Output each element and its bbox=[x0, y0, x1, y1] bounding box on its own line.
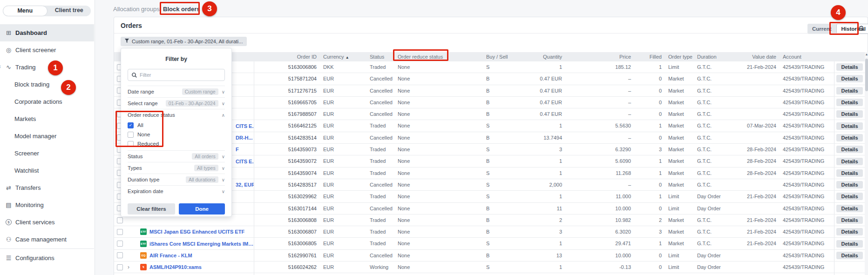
toggle-current[interactable]: Current bbox=[807, 24, 836, 34]
scrollbar-thumb[interactable] bbox=[865, 59, 868, 91]
sidebar-item-label: Client services bbox=[15, 219, 55, 226]
filter-option-none[interactable]: None bbox=[128, 130, 225, 139]
tab-menu[interactable]: Menu bbox=[3, 6, 47, 16]
col-order-type[interactable]: Order type bbox=[665, 52, 693, 61]
filter-option-all[interactable]: ✓All bbox=[128, 121, 225, 130]
table-scrollbar[interactable]: ▲ bbox=[865, 52, 868, 275]
details-button[interactable]: Details bbox=[836, 193, 862, 200]
filter-row-types[interactable]: TypesAll types∨ bbox=[128, 162, 225, 174]
details-button[interactable]: Details bbox=[836, 110, 862, 118]
checkbox-reduced[interactable] bbox=[128, 141, 134, 147]
cell-filled: 1 bbox=[634, 155, 665, 167]
chevron-up-icon: ∧ bbox=[222, 113, 225, 118]
row-checkbox[interactable] bbox=[117, 217, 123, 223]
settings-gear-icon[interactable]: ⚙ bbox=[858, 24, 864, 33]
details-button[interactable]: Details bbox=[836, 252, 862, 259]
active-filter-chip[interactable]: Custom range, 01-Feb - 30-Apr-2024, All … bbox=[121, 37, 247, 46]
checkbox-none[interactable] bbox=[128, 132, 134, 138]
details-button[interactable]: Details bbox=[836, 205, 862, 212]
sidebar-item-watchlist[interactable]: Watchlist bbox=[0, 162, 94, 179]
cell-account: 425439/TRADING bbox=[779, 61, 834, 73]
sidebar-item-transfers[interactable]: ⇄Transfers bbox=[0, 179, 94, 196]
sidebar-item-client-services[interactable]: $Client services bbox=[0, 214, 94, 231]
details-button[interactable]: Details bbox=[836, 240, 862, 248]
filter-section-order-reduce[interactable]: Order reduce status ∧ bbox=[128, 109, 225, 121]
filter-row-select-range[interactable]: Select range01-Feb - 30-Apr-2024∨ bbox=[128, 97, 225, 109]
scroll-up-icon[interactable]: ▲ bbox=[865, 53, 868, 56]
instrument-link[interactable]: iShares Core MSCI Emerging Markets IMI U… bbox=[149, 238, 254, 249]
details-button[interactable]: Details bbox=[836, 216, 862, 224]
col-buy-sell[interactable]: Buy / Sell bbox=[482, 52, 522, 61]
col-order-id[interactable]: Order ID bbox=[254, 52, 319, 61]
filter-search-input[interactable] bbox=[140, 72, 221, 78]
instrument-link[interactable]: MSCI Japan ESG Enhanced UCITS ETF bbox=[149, 226, 244, 237]
details-button[interactable]: Details bbox=[836, 122, 862, 130]
filter-option-reduced[interactable]: Reduced bbox=[128, 139, 225, 148]
sidebar-item-monitoring[interactable]: ▤Monitoring bbox=[0, 196, 94, 214]
sidebar-item-model-manager[interactable]: Model manager bbox=[0, 127, 94, 145]
details-button[interactable]: Details bbox=[836, 228, 862, 235]
tab-allocation-groups[interactable]: Allocation groups bbox=[113, 6, 160, 13]
details-button[interactable]: Details bbox=[836, 99, 862, 106]
tab-block-orders[interactable]: Block orders bbox=[163, 6, 200, 13]
sidebar-item-configurations[interactable]: ☰Configurations bbox=[0, 249, 94, 267]
col-account[interactable]: Account bbox=[779, 52, 834, 61]
sidebar-item-screener[interactable]: Screener bbox=[0, 145, 94, 162]
sidebar-item-dashboard[interactable]: ⊞Dashboard bbox=[0, 24, 94, 41]
col-quantity[interactable]: Quantity bbox=[522, 52, 565, 61]
sidebar-item-client-screener[interactable]: ◎Client screener bbox=[0, 41, 94, 59]
details-button[interactable]: Details bbox=[836, 158, 862, 165]
col-order-reduce-status[interactable]: Order reduce status bbox=[394, 52, 482, 61]
done-button[interactable]: Done bbox=[179, 203, 225, 215]
col-value-date[interactable]: Value date bbox=[736, 52, 779, 61]
col-price[interactable]: Price bbox=[565, 52, 634, 61]
instrument-link[interactable]: ASML/H24P910:xams bbox=[149, 262, 202, 273]
filter-panel: Filter by Date rangeCustom range∨Select … bbox=[121, 48, 232, 217]
sidebar-collapse-icon[interactable]: ‹ bbox=[0, 63, 1, 70]
sidebar-item-block-trading[interactable]: Block trading bbox=[0, 76, 94, 93]
instrument-link[interactable]: DR-H... bbox=[236, 132, 253, 143]
cell-order-id: 5164283514 bbox=[254, 132, 319, 143]
instrument-link[interactable]: CITS E... bbox=[236, 121, 254, 132]
instrument-link[interactable]: 32, EUR bbox=[236, 179, 254, 190]
checkbox-all[interactable]: ✓ bbox=[128, 122, 134, 128]
instrument-link[interactable]: FIDELITY JAPAN VALUE Y (JPY) bbox=[149, 273, 228, 275]
expand-chevron-icon[interactable]: › bbox=[128, 264, 129, 270]
sidebar-item-label: Screener bbox=[14, 150, 39, 157]
details-button[interactable]: Details bbox=[836, 169, 862, 177]
details-button[interactable]: Details bbox=[836, 181, 862, 188]
instrument-link[interactable]: CITS E... bbox=[236, 156, 254, 167]
row-checkbox[interactable] bbox=[117, 252, 123, 258]
chevron-down-icon: ∨ bbox=[222, 101, 225, 106]
details-button[interactable]: Details bbox=[836, 134, 862, 141]
cell-instrument: MFFIDELITY JAPAN VALUE Y (JPY) bbox=[114, 273, 254, 275]
sidebar-item-trading[interactable]: ∿Trading bbox=[0, 59, 94, 76]
row-checkbox[interactable] bbox=[117, 264, 123, 270]
sidebar-item-markets[interactable]: Markets bbox=[0, 110, 94, 127]
details-button[interactable]: Details bbox=[836, 75, 862, 82]
filter-search[interactable] bbox=[128, 69, 225, 81]
chevron-down-icon: ∨ bbox=[222, 89, 225, 94]
filter-row-date-range[interactable]: Date rangeCustom range∨ bbox=[128, 86, 225, 97]
sidebar-item-case-management[interactable]: ⚇Case management bbox=[0, 231, 94, 248]
tab-client-tree[interactable]: Client tree bbox=[47, 6, 91, 16]
filter-row-duration-type[interactable]: Duration typeAll durations∨ bbox=[128, 174, 225, 185]
col-filled[interactable]: Filled bbox=[634, 52, 665, 61]
col-currency[interactable]: Currency▲ bbox=[319, 52, 366, 61]
row-checkbox[interactable] bbox=[117, 241, 123, 247]
details-button[interactable]: Details bbox=[836, 63, 862, 71]
col-duration[interactable]: Duration bbox=[693, 52, 736, 61]
details-button[interactable]: Details bbox=[836, 146, 862, 153]
filter-row-expiration-date[interactable]: Expiration date∨ bbox=[128, 185, 225, 197]
sidebar-item-corporate-actions[interactable]: Corporate actions bbox=[0, 93, 94, 110]
instrument-link[interactable]: AIR France - KLM bbox=[149, 250, 192, 261]
cell-details: Details bbox=[834, 238, 865, 249]
clear-filters-button[interactable]: Clear filters bbox=[128, 203, 175, 215]
details-button[interactable]: Details bbox=[836, 87, 862, 94]
row-checkbox[interactable] bbox=[117, 229, 123, 235]
col-status[interactable]: Status bbox=[366, 52, 394, 61]
sidebar-item-label: Trading bbox=[15, 64, 36, 71]
filter-row-status[interactable]: StatusAll orders∨ bbox=[128, 150, 225, 162]
cell-buy-sell: B bbox=[482, 215, 522, 226]
instrument-link[interactable]: F bbox=[236, 144, 239, 155]
